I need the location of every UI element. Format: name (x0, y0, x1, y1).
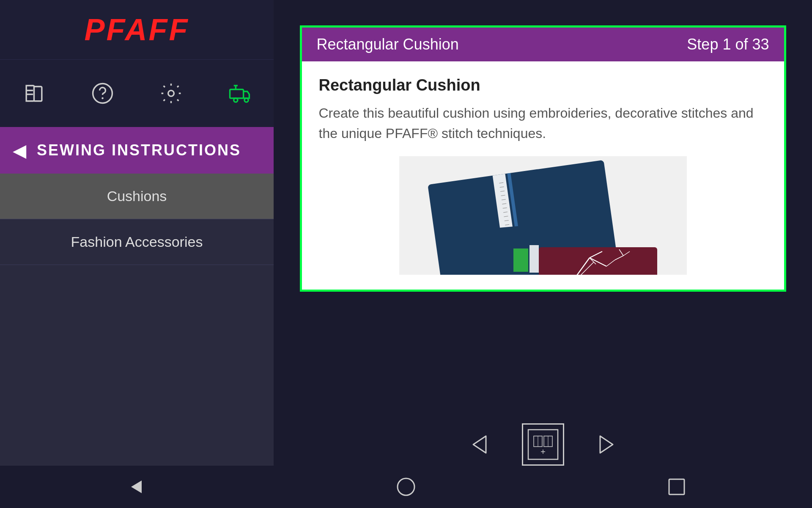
section-header: ◀ SEWING INSTRUCTIONS (0, 127, 274, 174)
book-icon[interactable] (19, 79, 49, 108)
item-title: Rectangular Cushion (319, 76, 767, 94)
menu-item-fashion-accessories[interactable]: Fashion Accessories (0, 219, 274, 265)
android-back-button[interactable] (0, 466, 271, 508)
svg-point-3 (102, 98, 103, 99)
help-icon[interactable] (88, 79, 118, 108)
svg-marker-53 (600, 436, 613, 453)
svg-marker-45 (473, 436, 486, 453)
icon-bar (0, 59, 274, 127)
main-content: Rectangular Cushion Step 1 of 33 Rectang… (274, 0, 812, 466)
cushion-illustration (399, 156, 687, 275)
card-title: Rectangular Cushion (317, 36, 459, 53)
svg-point-55 (398, 478, 414, 495)
svg-point-7 (244, 98, 248, 102)
sidebar: PFAFF (0, 0, 274, 466)
card-header: Rectangular Cushion Step 1 of 33 (302, 28, 784, 61)
svg-point-4 (168, 91, 174, 97)
svg-rect-5 (230, 89, 243, 98)
android-recent-button[interactable] (541, 466, 812, 508)
card-step: Step 1 of 33 (687, 36, 769, 53)
back-button[interactable]: ◀ (13, 140, 26, 161)
svg-rect-46 (528, 430, 558, 459)
svg-rect-33 (539, 247, 657, 275)
next-button[interactable] (590, 428, 623, 461)
sewing-machine-icon[interactable] (225, 79, 254, 108)
svg-rect-31 (513, 248, 528, 272)
cushion-image (399, 156, 687, 275)
playback-bar (274, 423, 812, 466)
card-body: Rectangular Cushion Create this beautifu… (302, 61, 784, 290)
settings-icon[interactable] (156, 79, 186, 108)
sidebar-header: PFAFF (0, 0, 274, 59)
menu-items: Cushions Fashion Accessories (0, 174, 274, 466)
section-title: SEWING INSTRUCTIONS (37, 141, 241, 159)
brand-logo: PFAFF (85, 12, 189, 47)
svg-rect-56 (669, 479, 684, 494)
menu-item-cushions[interactable]: Cushions (0, 174, 274, 219)
android-home-button[interactable] (271, 466, 541, 508)
svg-rect-32 (529, 245, 539, 273)
svg-point-6 (233, 98, 237, 102)
center-button[interactable] (522, 423, 564, 466)
svg-marker-54 (131, 480, 142, 493)
prev-button[interactable] (463, 428, 497, 461)
bottom-nav (0, 466, 812, 508)
item-description: Create this beautiful cushion using embr… (319, 103, 767, 144)
content-card: Rectangular Cushion Step 1 of 33 Rectang… (300, 25, 786, 292)
